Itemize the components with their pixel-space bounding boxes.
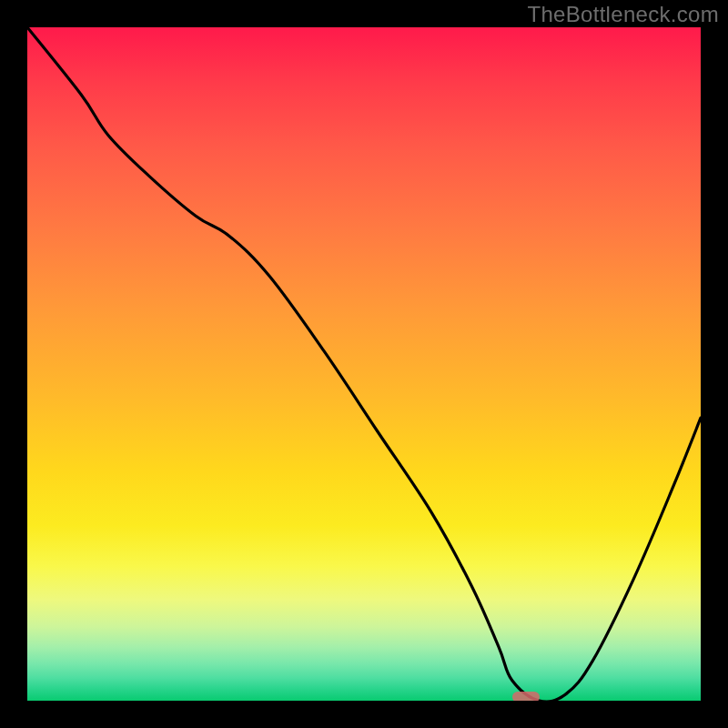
watermark-text: TheBottleneck.com: [527, 2, 719, 27]
chart-frame: TheBottleneck.com: [0, 0, 728, 728]
curve-svg: [27, 27, 701, 701]
curve-path: [27, 27, 701, 701]
bottleneck-marker: [512, 692, 540, 701]
plot-area: [27, 27, 701, 701]
